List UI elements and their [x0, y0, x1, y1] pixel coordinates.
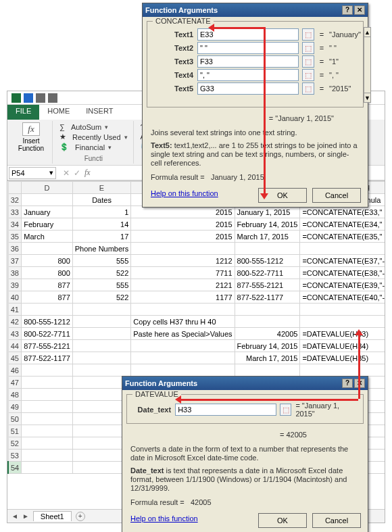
- cancel-icon[interactable]: ✕: [63, 168, 70, 178]
- cell[interactable]: =CONCATENATE(E37,"-",F37,"-",G37): [300, 255, 385, 267]
- cell[interactable]: [72, 364, 131, 377]
- cell[interactable]: 2015: [131, 231, 235, 243]
- row-header[interactable]: 46: [8, 364, 22, 377]
- row-header[interactable]: 36: [8, 243, 22, 255]
- collapse-dialog-icon[interactable]: ⬚: [280, 404, 291, 416]
- cell[interactable]: [235, 304, 300, 316]
- cell[interactable]: 1177: [131, 291, 235, 304]
- row-header[interactable]: 32: [8, 194, 22, 206]
- redo-icon[interactable]: [48, 93, 57, 103]
- row-header[interactable]: 52: [8, 437, 22, 450]
- sheet-tab-1[interactable]: Sheet1: [33, 511, 72, 521]
- cell[interactable]: [22, 304, 73, 316]
- row-header[interactable]: 39: [8, 279, 22, 291]
- column-header[interactable]: D: [22, 182, 73, 194]
- arg-input[interactable]: " ": [197, 42, 299, 54]
- arg-input[interactable]: F33: [197, 55, 299, 68]
- cell[interactable]: 800-522-7711: [22, 328, 73, 340]
- cell[interactable]: =CONCATENATE(E34," ",F34,", ",G34): [300, 218, 385, 231]
- scroll-down-icon[interactable]: ▼: [364, 93, 370, 102]
- column-header[interactable]: E: [72, 182, 131, 194]
- cell[interactable]: 800-555-1212: [22, 316, 73, 328]
- cell[interactable]: [131, 304, 235, 316]
- cell[interactable]: 800: [22, 255, 73, 267]
- cell[interactable]: Phone Numbers: [72, 243, 131, 255]
- cell[interactable]: =DATEVALUE(H35): [300, 352, 385, 364]
- cell[interactable]: 800: [22, 267, 73, 279]
- dialog-titlebar[interactable]: Function Arguments ? ✕: [143, 3, 368, 17]
- cell[interactable]: [22, 462, 73, 474]
- sheet-nav-prev-icon[interactable]: ◄: [11, 512, 18, 520]
- ok-button[interactable]: OK: [258, 188, 307, 203]
- name-box[interactable]: P54 ▾: [9, 167, 56, 179]
- cell[interactable]: [22, 425, 73, 437]
- cell[interactable]: [22, 401, 73, 413]
- cell[interactable]: 800-522-7711: [235, 267, 300, 279]
- row-header[interactable]: 48: [8, 389, 22, 401]
- cell[interactable]: 877-555-2121: [22, 340, 73, 352]
- help-link[interactable]: Help on this function: [143, 188, 226, 203]
- cell[interactable]: 800-555-1212: [235, 255, 300, 267]
- cell[interactable]: 877: [22, 291, 73, 304]
- cell[interactable]: =DATEVALUE(H34): [300, 340, 385, 352]
- cell[interactable]: [72, 316, 131, 328]
- cell[interactable]: [131, 352, 235, 364]
- row-header[interactable]: 45: [8, 352, 22, 364]
- help-icon[interactable]: ?: [342, 379, 353, 388]
- cell[interactable]: Paste here as Special>Values: [131, 328, 235, 340]
- row-header[interactable]: 50: [8, 413, 22, 425]
- row-header[interactable]: 34: [8, 218, 22, 231]
- cell[interactable]: March: [22, 231, 73, 243]
- cell[interactable]: [235, 364, 300, 377]
- cell[interactable]: 522: [72, 291, 131, 304]
- arg-input[interactable]: ", ": [197, 69, 299, 81]
- undo-icon[interactable]: [36, 93, 45, 103]
- row-header[interactable]: 49: [8, 401, 22, 413]
- arg-input[interactable]: E33: [197, 28, 299, 41]
- cell[interactable]: January: [22, 206, 73, 218]
- cell[interactable]: 555: [72, 255, 131, 267]
- args-scrollbar[interactable]: ▲ ▼: [364, 27, 371, 103]
- cell[interactable]: Dates: [72, 194, 131, 206]
- collapse-dialog-icon[interactable]: ⬚: [302, 28, 314, 41]
- cell[interactable]: 877-522-1177: [22, 352, 73, 364]
- row-header[interactable]: 43: [8, 328, 22, 340]
- cell[interactable]: =DATEVALUE(H33): [300, 328, 385, 340]
- cell[interactable]: Copy cells H37 thru H 40: [131, 316, 235, 328]
- row-header[interactable]: 47: [8, 377, 22, 389]
- help-icon[interactable]: ?: [342, 5, 353, 15]
- cell[interactable]: 1: [72, 206, 131, 218]
- cell[interactable]: =CONCATENATE(E33," ",F33,", ",G33): [300, 206, 385, 218]
- row-header[interactable]: 35: [8, 231, 22, 243]
- cancel-button[interactable]: Cancel: [312, 188, 361, 203]
- row-header[interactable]: 53: [8, 450, 22, 462]
- row-header[interactable]: 41: [8, 304, 22, 316]
- row-header[interactable]: 44: [8, 340, 22, 352]
- select-all-corner[interactable]: [8, 182, 22, 194]
- collapse-dialog-icon[interactable]: ⬚: [302, 82, 314, 95]
- cell[interactable]: [235, 316, 300, 328]
- tab-home[interactable]: HOME: [39, 105, 78, 120]
- cell[interactable]: =CONCATENATE(E35," ",F35,", ",G35): [300, 231, 385, 243]
- cell[interactable]: [22, 377, 73, 389]
- collapse-dialog-icon[interactable]: ⬚: [302, 69, 314, 81]
- cell[interactable]: [235, 243, 300, 255]
- cell[interactable]: [72, 328, 131, 340]
- row-header[interactable]: 37: [8, 255, 22, 267]
- autosum-button[interactable]: ∑ AutoSum: [58, 122, 129, 132]
- cell[interactable]: [22, 243, 73, 255]
- cell[interactable]: [22, 364, 73, 377]
- cell[interactable]: March 17, 2015: [235, 231, 300, 243]
- cell[interactable]: February: [22, 218, 73, 231]
- cell[interactable]: 522: [72, 267, 131, 279]
- enter-icon[interactable]: ✓: [74, 168, 80, 178]
- cell[interactable]: =CONCATENATE(E38,"-",F38,"-",G38): [300, 267, 385, 279]
- row-header[interactable]: 40: [8, 291, 22, 304]
- cell[interactable]: 1212: [131, 255, 235, 267]
- cell[interactable]: 14: [72, 218, 131, 231]
- cell[interactable]: [72, 304, 131, 316]
- collapse-dialog-icon[interactable]: ⬚: [302, 42, 314, 54]
- cell[interactable]: February 14, 2015: [235, 340, 300, 352]
- dialog-titlebar[interactable]: Function Arguments ? ✕: [122, 377, 368, 390]
- cell[interactable]: 2015: [131, 206, 235, 218]
